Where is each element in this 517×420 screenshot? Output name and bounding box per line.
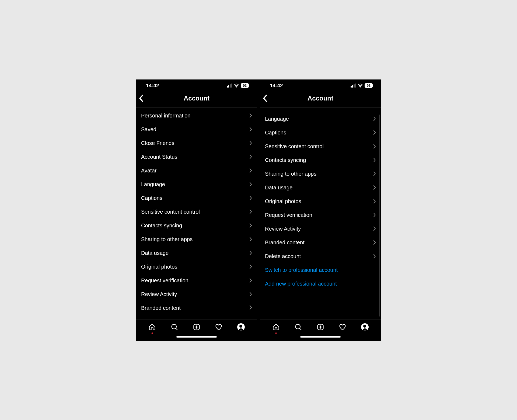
- row-label: Language: [265, 116, 289, 122]
- chevron-right-icon: [249, 196, 252, 200]
- row-personal-information[interactable]: Personal information: [136, 109, 257, 123]
- row-contacts-syncing[interactable]: Contacts syncing: [260, 153, 381, 167]
- status-time: 14:42: [270, 83, 283, 89]
- row-data-usage[interactable]: Data usage: [260, 181, 381, 195]
- phone-left: 14:42 93 Account: [136, 79, 257, 341]
- settings-list[interactable]: Personal information Saved Close Friends…: [136, 108, 257, 320]
- chevron-right-icon: [249, 278, 252, 283]
- row-label: Request verification: [265, 212, 312, 218]
- chevron-right-icon: [249, 154, 252, 159]
- row-label: Language: [141, 181, 165, 188]
- row-captions[interactable]: Captions: [260, 126, 381, 140]
- back-button[interactable]: [139, 95, 144, 102]
- row-language[interactable]: Language: [260, 112, 381, 126]
- chevron-right-icon: [249, 237, 252, 242]
- tab-create[interactable]: [192, 322, 201, 332]
- row-avatar[interactable]: Avatar: [136, 164, 257, 178]
- chevron-right-icon: [249, 182, 252, 187]
- search-icon: [171, 323, 178, 331]
- row-review-activity[interactable]: Review Activity: [136, 287, 257, 301]
- plus-square-icon: [193, 323, 200, 331]
- tab-create[interactable]: [316, 322, 325, 332]
- row-review-activity[interactable]: Review Activity: [260, 222, 381, 236]
- heart-icon: [339, 323, 346, 331]
- link-switch-to-professional-account[interactable]: Switch to professional account: [260, 263, 381, 277]
- row-label: Branded content: [141, 305, 181, 310]
- tab-home[interactable]: [148, 322, 157, 332]
- chevron-left-icon: [263, 95, 268, 102]
- tab-activity[interactable]: [214, 322, 223, 332]
- chevron-right-icon: [373, 199, 376, 204]
- row-request-verification[interactable]: Request verification: [260, 208, 381, 222]
- row-original-photos[interactable]: Original photos: [260, 195, 381, 208]
- back-button[interactable]: [263, 95, 268, 102]
- notification-dot-icon: [275, 332, 277, 334]
- row-data-usage[interactable]: Data usage: [136, 246, 257, 260]
- row-label: Data usage: [141, 250, 169, 256]
- svg-point-6: [360, 87, 361, 87]
- status-icons: 93: [227, 83, 249, 88]
- battery-icon: 93: [365, 83, 373, 88]
- row-branded-content[interactable]: Branded content: [136, 301, 257, 310]
- row-label: Delete account: [265, 253, 301, 259]
- tab-activity[interactable]: [338, 322, 347, 332]
- status-bar: 14:42 93: [260, 79, 381, 90]
- link-add-new-professional-account[interactable]: Add new professional account: [260, 277, 381, 291]
- row-label: Sharing to other apps: [265, 171, 316, 177]
- chevron-right-icon: [373, 158, 376, 162]
- wifi-icon: [234, 84, 239, 88]
- row-close-friends[interactable]: Close Friends: [136, 136, 257, 150]
- row-delete-account[interactable]: Delete account: [260, 249, 381, 263]
- status-time: 14:42: [146, 83, 159, 89]
- svg-line-8: [299, 328, 301, 330]
- chevron-right-icon: [373, 116, 376, 121]
- scroll-indicator[interactable]: [379, 114, 380, 317]
- tab-search[interactable]: [294, 322, 303, 332]
- battery-icon: 93: [241, 83, 249, 88]
- row-branded-content[interactable]: Branded content: [260, 236, 381, 249]
- home-indicator[interactable]: [136, 333, 257, 341]
- row-sensitive-content-control[interactable]: Sensitive content control: [260, 140, 381, 153]
- tab-profile[interactable]: [236, 322, 246, 332]
- home-indicator[interactable]: [260, 333, 381, 341]
- tab-home[interactable]: [271, 322, 281, 332]
- chevron-left-icon: [139, 95, 144, 102]
- chevron-right-icon: [249, 113, 252, 118]
- chevron-right-icon: [373, 130, 376, 135]
- row-sharing-to-other-apps[interactable]: Sharing to other apps: [136, 232, 257, 246]
- row-label: Avatar: [141, 168, 156, 174]
- row-label: Saved: [141, 126, 156, 133]
- tab-bar: [136, 320, 257, 333]
- row-original-photos[interactable]: Original photos: [136, 260, 257, 274]
- svg-point-0: [236, 87, 237, 87]
- row-label: Sensitive content control: [141, 209, 200, 215]
- tab-profile[interactable]: [360, 322, 369, 332]
- row-label: Original photos: [265, 198, 301, 204]
- row-saved[interactable]: Saved: [136, 123, 257, 136]
- settings-list[interactable]: Language Captions Sensitive content cont…: [260, 108, 381, 320]
- row-label: Personal information: [141, 113, 190, 119]
- row-label: Switch to professional account: [265, 267, 338, 273]
- row-contacts-syncing[interactable]: Contacts syncing: [136, 219, 257, 232]
- chevron-right-icon: [373, 185, 376, 190]
- row-account-status[interactable]: Account Status: [136, 150, 257, 164]
- row-label: Original photos: [141, 264, 177, 270]
- row-label: Close Friends: [141, 140, 174, 146]
- row-sensitive-content-control[interactable]: Sensitive content control: [136, 205, 257, 219]
- row-captions[interactable]: Captions: [136, 191, 257, 205]
- chevron-right-icon: [373, 254, 376, 259]
- chevron-right-icon: [373, 171, 376, 176]
- chevron-right-icon: [373, 226, 376, 231]
- row-sharing-to-other-apps[interactable]: Sharing to other apps: [260, 167, 381, 181]
- chevron-right-icon: [249, 209, 252, 214]
- home-icon: [148, 323, 156, 331]
- tab-search[interactable]: [170, 322, 179, 332]
- row-request-verification[interactable]: Request verification: [136, 274, 257, 287]
- row-label: Contacts syncing: [141, 223, 182, 229]
- row-label: Review Activity: [141, 291, 177, 297]
- row-language[interactable]: Language: [136, 178, 257, 191]
- svg-line-2: [176, 328, 177, 330]
- chevron-right-icon: [249, 292, 252, 297]
- nav-bar: Account: [260, 90, 381, 108]
- chevron-right-icon: [249, 127, 252, 132]
